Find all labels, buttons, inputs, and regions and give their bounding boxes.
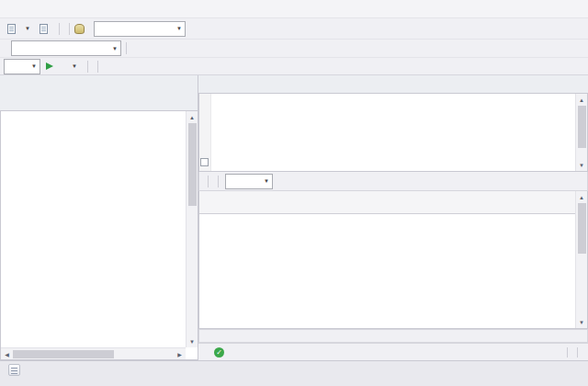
editor-vertical-scrollbar[interactable]: ▲ ▼ <box>575 94 587 171</box>
tree-vertical-scrollbar[interactable]: ▲ ▼ <box>186 111 198 347</box>
document-area: ▲ ▼ ▼ ▲ <box>198 75 588 360</box>
fold-marker[interactable] <box>200 158 209 166</box>
connection-combo[interactable]: ▼ <box>11 40 121 56</box>
scroll-right-icon[interactable]: ▶ <box>174 348 186 360</box>
menu-bar <box>0 0 588 17</box>
database-combo-caret-icon: ▼ <box>176 26 182 31</box>
tree-horizontal-scrollbar[interactable]: ◀ ▶ <box>1 347 186 359</box>
new-sql-caret-icon: ▼ <box>25 26 30 31</box>
execution-scope-combo[interactable]: ▼ <box>4 59 40 74</box>
output-panel <box>0 360 588 386</box>
explorer-tree-wrap: ▲ ▼ ◀ ▶ <box>0 110 198 360</box>
database-explorer-panel: ▲ ▼ ◀ ▶ <box>0 75 198 360</box>
play-icon <box>46 62 53 70</box>
page-size-combo[interactable]: ▼ <box>225 174 273 189</box>
separator <box>97 61 98 73</box>
output-icon <box>8 364 20 376</box>
separator <box>87 61 88 73</box>
grid-vertical-scrollbar[interactable]: ▲ ▼ <box>575 191 587 328</box>
database-icon <box>74 24 85 34</box>
execute-button[interactable]: ▼ <box>59 62 81 70</box>
record-navigator <box>198 329 588 343</box>
scrollbar-thumb[interactable] <box>188 123 197 206</box>
output-panel-tab[interactable] <box>0 361 33 379</box>
results-grid[interactable] <box>199 191 575 328</box>
scroll-up-icon[interactable]: ▲ <box>576 94 588 106</box>
status-message: ✓ <box>214 347 228 358</box>
explorer-toolbar <box>0 92 198 110</box>
scroll-up-icon[interactable]: ▲ <box>187 111 198 123</box>
execute-caret-icon: ▼ <box>72 63 77 69</box>
object-tree[interactable] <box>1 112 186 347</box>
divider <box>567 347 568 358</box>
scrollbar-thumb[interactable] <box>578 106 586 148</box>
scroll-down-icon[interactable]: ▼ <box>576 159 588 171</box>
separator <box>59 23 60 35</box>
toolbar-execute: ▼ ▼ <box>0 57 588 75</box>
footer-right <box>567 347 585 358</box>
code-area[interactable] <box>211 94 587 171</box>
grid-header <box>199 191 575 214</box>
divider <box>577 347 578 358</box>
separator <box>208 176 209 187</box>
scrollbar-thumb[interactable] <box>13 350 114 358</box>
document-footer: ✓ <box>198 343 588 360</box>
document-tabs <box>198 75 588 93</box>
run-button[interactable] <box>42 62 57 71</box>
scroll-down-icon[interactable]: ▼ <box>187 335 198 347</box>
scrollbar-thumb[interactable] <box>578 203 586 254</box>
sql-editor[interactable]: ▲ ▼ <box>198 93 588 172</box>
scroll-up-icon[interactable]: ▲ <box>576 191 588 203</box>
app-window: { "menubar": { "items": ["File","Edit","… <box>0 0 588 386</box>
new-query-icon <box>40 24 48 34</box>
results-grid-wrap: ▲ ▼ <box>198 191 588 329</box>
results-toolbar: ▼ <box>198 172 588 191</box>
new-sql-icon <box>7 24 16 34</box>
success-check-icon: ✓ <box>214 347 224 358</box>
separator <box>218 176 219 187</box>
page-size-caret-icon: ▼ <box>264 178 269 184</box>
connection-combo-caret-icon: ▼ <box>112 46 118 51</box>
scroll-down-icon[interactable]: ▼ <box>576 316 588 328</box>
editor-margin <box>199 94 211 171</box>
separator <box>126 42 127 54</box>
execution-scope-caret-icon: ▼ <box>31 63 37 69</box>
new-sql-button[interactable]: ▼ <box>4 23 34 35</box>
separator <box>69 23 70 35</box>
toolbar-connection: ▼ <box>0 39 588 57</box>
main-area: ▲ ▼ ◀ ▶ ▲ ▼ <box>0 75 588 360</box>
new-query-button[interactable] <box>36 23 54 35</box>
toolbar-standard: ▼ ▼ <box>0 17 588 39</box>
database-combo[interactable]: ▼ <box>94 21 186 37</box>
scroll-left-icon[interactable]: ◀ <box>1 348 13 360</box>
explorer-header <box>0 75 198 92</box>
